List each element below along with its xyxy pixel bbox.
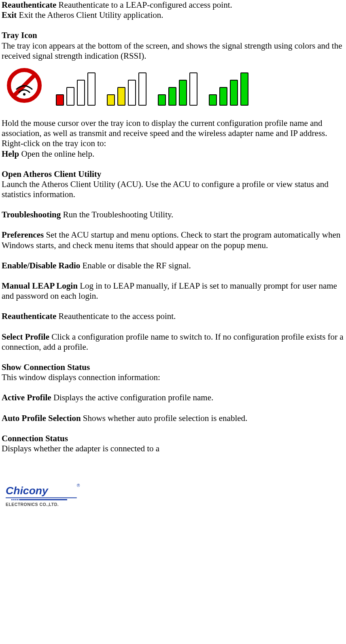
show-conn-text: This window displays connection informat… — [2, 372, 346, 383]
troubleshooting-text: Run the Troubleshooting Utility. — [61, 210, 173, 219]
active-profile-text: Displays the active configuration profil… — [51, 393, 214, 402]
reauthenticate2-label: Reauthenticate — [2, 311, 56, 321]
exit-label: Exit — [2, 10, 17, 20]
select-profile-label: Select Profile — [2, 332, 49, 342]
leap-label: Manual LEAP Login — [2, 281, 78, 291]
tray-icon-desc: The tray icon appears at the bottom of t… — [2, 41, 346, 61]
radio-label: Enable/Disable Radio — [2, 261, 80, 270]
svg-rect-9 — [19, 499, 67, 500]
reauthenticate-item: Reauthenticate Reauthenticate to a LEAP-… — [2, 0, 346, 10]
preferences-label: Preferences — [2, 230, 44, 240]
exit-text: Exit the Atheros Client Utility applicat… — [17, 10, 163, 20]
reauthenticate-label: Reauthenticate — [2, 0, 56, 10]
logo-subtitle-text: ELECTRONICS CO.,LTD. — [6, 502, 59, 507]
auto-profile-item: Auto Profile Selection Shows whether aut… — [2, 413, 346, 423]
preferences-text: Set the ACU startup and menu options. Ch… — [2, 230, 340, 250]
svg-rect-4 — [6, 497, 77, 498]
signal-bars-yellow-icon — [107, 72, 146, 106]
svg-rect-8 — [17, 499, 19, 500]
radio-text: Enable or disable the RF signal. — [80, 261, 191, 270]
help-label: Help — [2, 149, 19, 159]
signal-bars-red-icon — [56, 72, 96, 106]
auto-profile-text: Shows whether auto profile selection is … — [81, 413, 248, 423]
auto-profile-label: Auto Profile Selection — [2, 413, 81, 423]
svg-text:®: ® — [77, 483, 80, 488]
signal-bars-green5-icon — [209, 72, 248, 106]
svg-rect-6 — [13, 499, 15, 500]
radio-item: Enable/Disable Radio Enable or disable t… — [2, 261, 346, 271]
preferences-item: Preferences Set the ACU startup and menu… — [2, 230, 346, 250]
select-profile-item: Select Profile Click a configuration pro… — [2, 332, 346, 352]
reauthenticate2-text: Reauthenticate to the access point. — [56, 311, 176, 321]
show-conn-label: Show Connection Status — [2, 362, 346, 372]
no-signal-icon — [4, 65, 45, 106]
select-profile-text: Click a configuration profile name to sw… — [2, 332, 344, 352]
leap-item: Manual LEAP Login Log in to LEAP manuall… — [2, 281, 346, 301]
help-item: Help Open the online help. — [2, 149, 346, 159]
svg-rect-7 — [15, 499, 17, 500]
active-profile-item: Active Profile Displays the active confi… — [2, 393, 346, 403]
svg-rect-5 — [11, 499, 13, 500]
chicony-logo: Chicony ® ELECTRONICS CO.,LTD. — [6, 482, 346, 513]
open-acu-text: Launch the Atheros Client Utility (ACU).… — [2, 179, 346, 200]
reauthenticate-text: Reauthenticate to a LEAP-configured acce… — [56, 0, 232, 10]
exit-item: Exit Exit the Atheros Client Utility app… — [2, 10, 346, 20]
help-text: Open the online help. — [19, 149, 94, 159]
tray-icon-heading: Tray Icon — [2, 30, 346, 40]
conn-status-label: Connection Status — [2, 434, 346, 444]
active-profile-label: Active Profile — [2, 393, 51, 402]
hold-cursor-text: Hold the mouse cursor over the tray icon… — [2, 118, 346, 149]
open-acu-label: Open Atheros Client Utility — [2, 169, 346, 179]
svg-point-2 — [23, 93, 25, 96]
signal-icons-row — [4, 65, 346, 106]
conn-status-text: Displays whether the adapter is connecte… — [2, 444, 346, 454]
signal-bars-green4-icon — [158, 72, 197, 106]
troubleshooting-item: Troubleshooting Run the Troubleshooting … — [2, 210, 346, 220]
reauthenticate2-item: Reauthenticate Reauthenticate to the acc… — [2, 311, 346, 321]
logo-brand-text: Chicony — [6, 485, 49, 497]
troubleshooting-label: Troubleshooting — [2, 210, 61, 219]
